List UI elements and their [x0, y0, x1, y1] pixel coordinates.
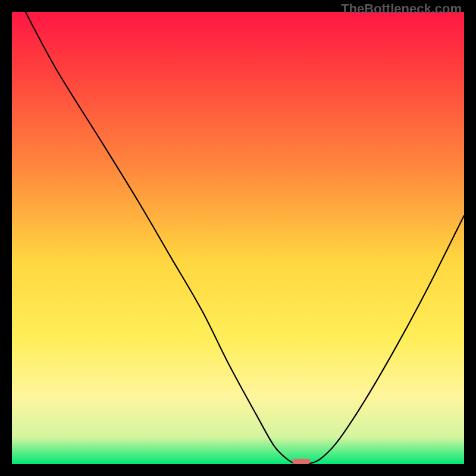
chart-frame — [12, 12, 464, 464]
chart-background — [12, 12, 464, 464]
optimal-marker — [292, 459, 310, 464]
watermark-text: TheBottleneck.com — [341, 1, 462, 17]
chart-svg — [12, 12, 464, 464]
